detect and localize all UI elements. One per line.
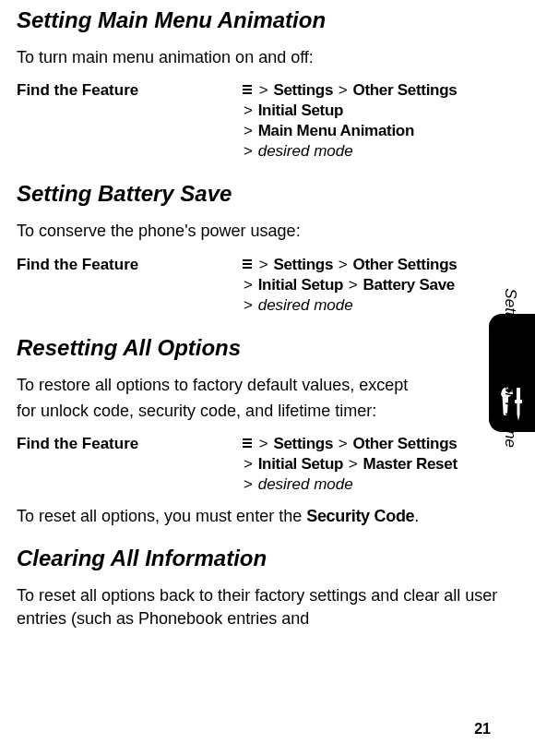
intro-resetting-2: for unlock code, security code, and life… bbox=[17, 400, 450, 422]
intro-battery-save: To conserve the phone's power usage: bbox=[17, 220, 507, 242]
find-feature-label: Find the Feature bbox=[17, 435, 243, 453]
heading-main-menu-animation: Setting Main Menu Animation bbox=[17, 7, 507, 33]
heading-resetting-options: Resetting All Options bbox=[17, 335, 507, 361]
path-mma: Main Menu Animation bbox=[258, 122, 414, 139]
path-sep: > bbox=[244, 102, 253, 119]
side-section-label: Setting Up Your Phone bbox=[501, 288, 519, 448]
path-desired-mode: desired mode bbox=[258, 296, 353, 314]
security-note-before: To reset all options, you must enter the bbox=[17, 507, 306, 525]
path-sep: > bbox=[259, 256, 268, 273]
feature-block-reset: Find the Feature > Settings > Other Sett… bbox=[17, 435, 507, 496]
heading-clearing-info: Clearing All Information bbox=[17, 546, 507, 571]
find-feature-label: Find the Feature bbox=[17, 256, 243, 274]
path-desired-mode: desired mode bbox=[258, 142, 353, 160]
path-sep: > bbox=[244, 296, 253, 314]
path-sep: > bbox=[339, 435, 348, 452]
path-sep: > bbox=[244, 276, 253, 294]
svg-rect-4 bbox=[243, 263, 252, 265]
heading-battery-save: Setting Battery Save bbox=[17, 181, 507, 207]
page-number: 21 bbox=[474, 721, 491, 738]
path-battery-save: Battery Save bbox=[363, 276, 455, 294]
feature-block-mma: Find the Feature > Settings > Other Sett… bbox=[17, 81, 507, 162]
svg-rect-3 bbox=[243, 259, 252, 261]
svg-rect-2 bbox=[243, 92, 252, 94]
feature-path-mma: > Settings > Other Settings > Initial Se… bbox=[243, 81, 457, 162]
intro-resetting-1: To restore all options to factory defaul… bbox=[17, 374, 450, 396]
find-feature-label: Find the Feature bbox=[17, 81, 243, 100]
path-sep: > bbox=[244, 122, 253, 139]
path-sep: > bbox=[244, 142, 253, 160]
path-sep: > bbox=[259, 435, 268, 452]
svg-rect-6 bbox=[243, 438, 252, 440]
path-sep: > bbox=[244, 455, 253, 473]
security-code-label: Security Code bbox=[306, 507, 414, 525]
path-settings: Settings bbox=[273, 256, 333, 273]
feature-path-reset: > Settings > Other Settings > Initial Se… bbox=[243, 435, 458, 496]
path-sep: > bbox=[259, 81, 268, 99]
svg-rect-0 bbox=[243, 85, 252, 87]
path-sep: > bbox=[339, 81, 348, 99]
svg-rect-1 bbox=[243, 89, 252, 90]
menu-icon bbox=[243, 80, 252, 99]
path-initial-setup: Initial Setup bbox=[258, 276, 343, 294]
path-sep: > bbox=[244, 475, 253, 493]
svg-rect-5 bbox=[243, 267, 252, 269]
path-sep: > bbox=[339, 256, 348, 273]
path-settings: Settings bbox=[273, 81, 333, 99]
menu-icon bbox=[243, 255, 252, 273]
path-settings: Settings bbox=[273, 435, 333, 452]
path-other-settings: Other Settings bbox=[352, 81, 457, 99]
path-other-settings: Other Settings bbox=[352, 256, 457, 273]
path-sep: > bbox=[349, 455, 358, 473]
menu-icon bbox=[243, 434, 252, 452]
path-initial-setup: Initial Setup bbox=[258, 455, 343, 473]
svg-rect-7 bbox=[243, 442, 252, 444]
intro-clearing-info: To reset all options back to their facto… bbox=[17, 584, 507, 630]
path-other-settings: Other Settings bbox=[352, 435, 457, 452]
path-master-reset: Master Reset bbox=[363, 455, 458, 473]
intro-main-menu-animation: To turn main menu animation on and off: bbox=[17, 46, 507, 68]
security-note: To reset all options, you must enter the… bbox=[17, 505, 507, 527]
path-initial-setup: Initial Setup bbox=[258, 102, 343, 119]
svg-rect-8 bbox=[243, 446, 252, 448]
path-sep: > bbox=[349, 276, 358, 294]
security-note-after: . bbox=[414, 507, 419, 525]
feature-path-battery: > Settings > Other Settings > Initial Se… bbox=[243, 256, 457, 317]
feature-block-battery: Find the Feature > Settings > Other Sett… bbox=[17, 256, 507, 317]
path-desired-mode: desired mode bbox=[258, 475, 353, 493]
